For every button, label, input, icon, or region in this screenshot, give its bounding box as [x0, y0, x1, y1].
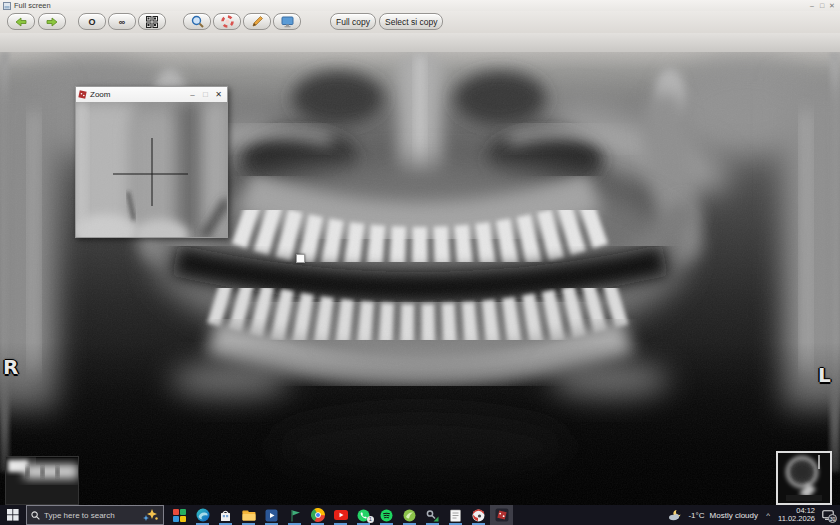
left-side-marker: L: [818, 363, 831, 387]
taskbar-clock[interactable]: 04:12 11.02.2026: [778, 507, 815, 524]
edge-icon: [196, 508, 210, 522]
search-icon: [31, 511, 40, 520]
windows-logo-icon: [7, 509, 19, 521]
ceph-thumbnail[interactable]: [776, 451, 832, 505]
key-transfer-icon: [426, 509, 439, 522]
back-arrow-icon: [14, 17, 28, 27]
notification-badge: 30: [828, 514, 837, 523]
zoom-window[interactable]: Zoom – □ ✕: [75, 86, 228, 238]
taskbar-icon-store[interactable]: [214, 505, 237, 525]
weather-condition[interactable]: Mostly cloudy: [710, 511, 758, 520]
periapical-thumbnail[interactable]: [5, 456, 79, 505]
taskbar-icon-greenshot[interactable]: [398, 505, 421, 525]
window-minimize-button[interactable]: –: [807, 1, 817, 11]
window-title: Full screen: [14, 1, 807, 10]
taskbar-icon-photos[interactable]: [168, 505, 191, 525]
taskbar-tray: -1°C Mostly cloudy ^ 04:12 11.02.2026 30: [668, 507, 840, 524]
image-viewer-icon: [472, 509, 485, 522]
taskbar-icon-flag-app[interactable]: [283, 505, 306, 525]
notepad-icon: [450, 509, 461, 522]
viewer-top-margin: [0, 33, 840, 52]
photos-icon: [173, 509, 186, 522]
window-titlebar: Full screen – □ ✕: [0, 0, 840, 11]
right-side-marker: R: [3, 355, 18, 379]
zoom-preview-image: [76, 102, 227, 237]
taskbar-icon-notepad[interactable]: [444, 505, 467, 525]
taskbar-app-icons: 1: [168, 505, 513, 525]
ceph-thumbnail-image: [778, 453, 830, 503]
taskbar-search[interactable]: Type here to search: [26, 505, 164, 525]
taskbar-icon-image-viewer[interactable]: [467, 505, 490, 525]
zoom-minimize-button[interactable]: –: [186, 90, 199, 99]
whatsapp-badge: 1: [367, 516, 374, 523]
dental-xray-app-icon: [495, 508, 509, 522]
magnifier-icon: [191, 15, 204, 28]
full-copy-button[interactable]: Full copy: [330, 13, 376, 30]
tray-expand-chevron[interactable]: ^: [763, 511, 773, 520]
forward-button[interactable]: [38, 13, 66, 30]
taskbar-icon-chrome[interactable]: [306, 505, 329, 525]
pencil-icon: [251, 15, 264, 28]
display-tool-button[interactable]: [273, 13, 301, 30]
grid-layout-icon: [146, 16, 158, 28]
microsoft-store-icon: [219, 509, 232, 522]
forward-arrow-icon: [45, 17, 59, 27]
taskbar-icon-edge[interactable]: [191, 505, 214, 525]
window-close-button[interactable]: ✕: [827, 1, 837, 11]
taskbar-icon-youtube[interactable]: [329, 505, 352, 525]
contrast-tool-button[interactable]: [213, 13, 241, 30]
taskbar-icon-explorer[interactable]: [237, 505, 260, 525]
chrome-icon: [311, 508, 325, 522]
zoom-maximize-button[interactable]: □: [199, 90, 212, 99]
search-placeholder: Type here to search: [44, 511, 139, 520]
screen: Full screen – □ ✕ O ∞: [0, 0, 840, 525]
annotate-tool-button[interactable]: [243, 13, 271, 30]
back-button[interactable]: [7, 13, 35, 30]
youtube-icon: [334, 510, 348, 520]
taskbar-icon-dental-app[interactable]: [490, 505, 513, 525]
weather-temp[interactable]: -1°C: [688, 511, 704, 520]
zoom-tool-button[interactable]: [183, 13, 211, 30]
search-highlights-icon[interactable]: [143, 509, 159, 521]
taskbar-icon-whatsapp[interactable]: 1: [352, 505, 375, 525]
periapical-thumbnail-image: [6, 457, 79, 505]
window-maximize-button[interactable]: □: [817, 1, 827, 11]
toolbar: O ∞: [0, 11, 840, 33]
taskbar-icon-key-transfer[interactable]: [421, 505, 444, 525]
weather-moon-cloud-icon: [668, 509, 683, 521]
taskbar-icon-spotify[interactable]: [375, 505, 398, 525]
multi-view-button[interactable]: [138, 13, 166, 30]
original-size-button[interactable]: O: [78, 13, 106, 30]
app-window-icon: [3, 2, 11, 10]
zoom-window-titlebar[interactable]: Zoom – □ ✕: [76, 87, 227, 102]
spotify-icon: [380, 509, 393, 522]
taskbar: Type here to search: [0, 505, 840, 525]
start-button[interactable]: [0, 505, 26, 525]
teal-flag-icon: [289, 509, 301, 522]
select-and-copy-button[interactable]: Select si copy: [379, 13, 443, 30]
xray-viewer[interactable]: R L Zoom – □ ✕: [0, 33, 840, 505]
greenshot-icon: [403, 509, 416, 522]
fit-view-button[interactable]: ∞: [108, 13, 136, 30]
zoom-cursor[interactable]: [296, 254, 305, 263]
file-explorer-icon: [242, 509, 256, 521]
movies-tv-icon: [265, 509, 278, 522]
clock-date: 11.02.2026: [778, 515, 815, 524]
zoom-window-title: Zoom: [90, 90, 186, 99]
taskbar-icon-movies[interactable]: [260, 505, 283, 525]
notification-center-button[interactable]: 30: [820, 507, 836, 523]
monitor-icon: [281, 16, 294, 28]
lifebuoy-icon: [221, 15, 234, 28]
zoom-app-icon: [78, 90, 87, 99]
zoom-close-button[interactable]: ✕: [212, 90, 225, 99]
